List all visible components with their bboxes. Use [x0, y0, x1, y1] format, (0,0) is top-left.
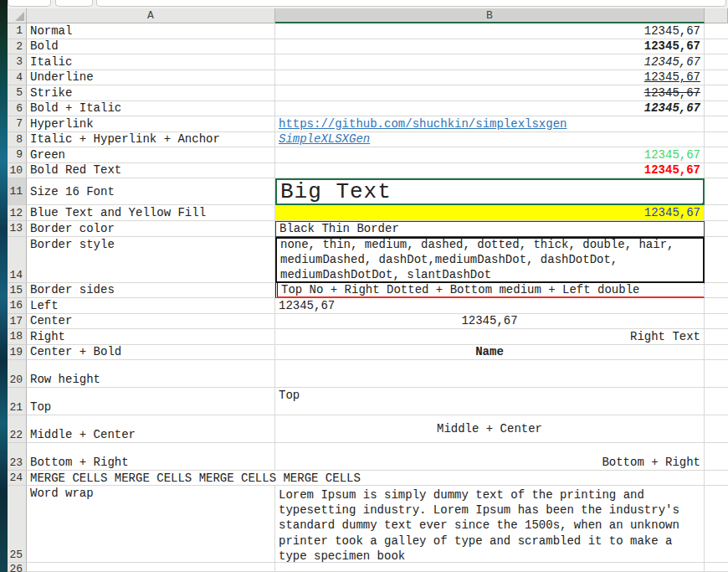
- row-number[interactable]: 20: [8, 360, 27, 388]
- cell-a4[interactable]: Underline: [27, 70, 275, 86]
- cell-a24-b24-merged[interactable]: MERGE CELLS MERGE CELLS MERGE CELLS MERG…: [27, 471, 705, 486]
- cell-b7-hyperlink[interactable]: https://github.com/shuchkin/simplexlsxge…: [275, 116, 705, 132]
- cell-b6[interactable]: 12345,67: [275, 101, 705, 117]
- cell-a2[interactable]: Bold: [27, 39, 275, 55]
- cell-a12[interactable]: Blue Text and Yellow Fill: [27, 205, 275, 221]
- row-number[interactable]: 21: [8, 388, 27, 415]
- cell-a20[interactable]: Row height: [27, 360, 275, 388]
- row-number[interactable]: 1: [8, 23, 27, 39]
- cell-b14[interactable]: none, thin, medium, dashed, dotted, thic…: [275, 237, 705, 283]
- cell-c4[interactable]: [705, 70, 728, 86]
- cell-c16[interactable]: [705, 298, 728, 314]
- row-number[interactable]: 25: [8, 486, 27, 563]
- row-number[interactable]: 10: [8, 163, 27, 179]
- cell-c19[interactable]: [705, 345, 728, 361]
- cell-a16[interactable]: Left: [27, 298, 275, 314]
- cell-a25[interactable]: Word wrap: [27, 486, 275, 563]
- cell-c24[interactable]: [705, 471, 728, 486]
- row-number[interactable]: 12: [8, 205, 27, 221]
- cell-c21[interactable]: [705, 388, 728, 415]
- cell-a13[interactable]: Border color: [27, 221, 275, 237]
- cell-c13[interactable]: [705, 221, 728, 237]
- cell-c14[interactable]: [705, 237, 728, 283]
- cell-a9[interactable]: Green: [27, 147, 275, 163]
- cell-b9[interactable]: 12345,67: [275, 147, 705, 163]
- cell-c11[interactable]: [705, 178, 728, 205]
- cell-b1[interactable]: 12345,67: [275, 23, 705, 39]
- cell-c6[interactable]: [705, 101, 728, 117]
- cell-a1[interactable]: Normal: [27, 23, 275, 39]
- row-number[interactable]: 3: [8, 54, 27, 70]
- column-header-c-sliver[interactable]: [705, 8, 728, 23]
- row-number[interactable]: 18: [8, 329, 27, 345]
- cell-a14[interactable]: Border style: [27, 237, 275, 283]
- cell-b3[interactable]: 12345,67: [275, 54, 705, 70]
- cell-b2[interactable]: 12345,67: [275, 39, 705, 55]
- cell-a7[interactable]: Hyperlink: [27, 116, 275, 132]
- column-header-a[interactable]: A: [27, 8, 275, 23]
- cell-c9[interactable]: [705, 147, 728, 163]
- cell-c10[interactable]: [705, 163, 728, 179]
- row-number[interactable]: 17: [8, 314, 27, 330]
- cell-b11-selected[interactable]: Big Text: [275, 178, 705, 205]
- cell-b22[interactable]: Middle + Center: [275, 415, 705, 443]
- cell-b25-wordwrap[interactable]: Lorem Ipsum is simply dummy text of the …: [275, 486, 705, 563]
- cell-a22[interactable]: Middle + Center: [27, 415, 275, 443]
- row-number[interactable]: 7: [8, 116, 27, 132]
- cell-c8[interactable]: [705, 132, 728, 148]
- cell-b12[interactable]: 12345,67: [275, 205, 705, 221]
- cell-b20[interactable]: [275, 360, 705, 388]
- cell-b23[interactable]: Bottom + Right: [275, 443, 705, 471]
- cell-c5[interactable]: [705, 85, 728, 101]
- anchor-link-text[interactable]: SimpleXLSXGen: [279, 132, 370, 146]
- cell-b16[interactable]: 12345,67: [275, 298, 705, 314]
- row-number[interactable]: 8: [8, 132, 27, 148]
- cell-c15[interactable]: [705, 283, 728, 299]
- row-number[interactable]: 23: [8, 443, 27, 471]
- cell-a3[interactable]: Italic: [27, 54, 275, 70]
- cell-c18[interactable]: [705, 329, 728, 345]
- cell-a26[interactable]: [27, 563, 275, 572]
- cell-b18[interactable]: Right Text: [275, 329, 705, 345]
- row-number[interactable]: 13: [8, 221, 27, 237]
- cell-b15[interactable]: Top No + Right Dotted + Bottom medium + …: [275, 283, 705, 299]
- cell-a15[interactable]: Border sides: [27, 283, 275, 299]
- cell-a10[interactable]: Bold Red Text: [27, 163, 275, 179]
- selection-handle[interactable]: [701, 202, 705, 205]
- cell-c25[interactable]: [705, 486, 728, 563]
- row-number[interactable]: 5: [8, 85, 27, 101]
- cell-b4[interactable]: 12345,67: [275, 70, 705, 86]
- cell-a21[interactable]: Top: [27, 388, 275, 415]
- cell-c2[interactable]: [705, 39, 728, 55]
- cell-a18[interactable]: Right: [27, 329, 275, 345]
- cell-a6[interactable]: Bold + Italic: [27, 101, 275, 117]
- row-number[interactable]: 26: [8, 563, 27, 572]
- row-number-selected[interactable]: 11: [8, 178, 27, 205]
- cell-b17[interactable]: 12345,67: [275, 314, 705, 330]
- cell-c23[interactable]: [705, 443, 728, 471]
- row-number[interactable]: 2: [8, 39, 27, 55]
- cell-a5[interactable]: Strike: [27, 85, 275, 101]
- row-number[interactable]: 24: [8, 471, 27, 486]
- cell-a23[interactable]: Bottom + Right: [27, 443, 275, 471]
- row-number[interactable]: 16: [8, 298, 27, 314]
- row-number[interactable]: 19: [8, 345, 27, 361]
- cell-c12[interactable]: [705, 205, 728, 221]
- row-number[interactable]: 15: [8, 283, 27, 299]
- cell-a19[interactable]: Center + Bold: [27, 345, 275, 361]
- row-number[interactable]: 14: [8, 237, 27, 283]
- row-number[interactable]: 6: [8, 101, 27, 117]
- cell-b19[interactable]: Name: [275, 345, 705, 361]
- column-header-b[interactable]: B: [275, 8, 705, 23]
- cell-c22[interactable]: [705, 415, 728, 443]
- cell-b21[interactable]: Top: [275, 388, 705, 415]
- row-number[interactable]: 9: [8, 147, 27, 163]
- row-number[interactable]: 4: [8, 70, 27, 86]
- cell-b8-hyperlink[interactable]: SimpleXLSXGen: [275, 132, 705, 148]
- cell-c7[interactable]: [705, 116, 728, 132]
- cell-c1[interactable]: [705, 23, 728, 39]
- hyperlink-text[interactable]: https://github.com/shuchkin/simplexlsxge…: [279, 117, 567, 131]
- cell-c17[interactable]: [705, 314, 728, 330]
- cell-a11[interactable]: Size 16 Font: [27, 178, 275, 205]
- cell-c3[interactable]: [705, 54, 728, 70]
